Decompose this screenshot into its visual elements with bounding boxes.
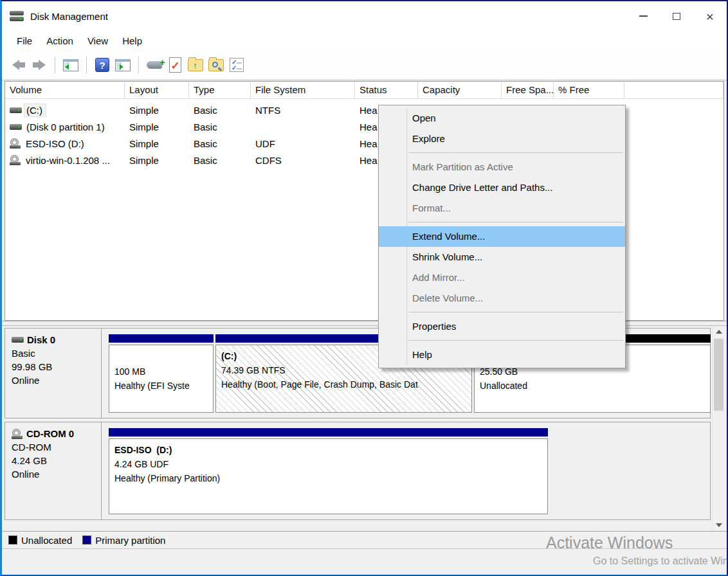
menu-item-extend-volume[interactable]: Extend Volume...	[379, 226, 625, 247]
menu-item-help[interactable]: Help	[379, 345, 625, 365]
legend-item: Unallocated	[8, 535, 72, 546]
menu-item-properties[interactable]: Properties	[379, 316, 625, 337]
partition-info-line: Healthy (Boot, Page File, Crash Dump, Ba…	[221, 377, 466, 392]
menu-item-open[interactable]: Open	[379, 108, 625, 129]
volume-name: virtio-win-0.1.208 ...	[24, 154, 113, 166]
disk-label-panel[interactable]: Disk 0Basic99.98 GBOnline	[5, 328, 102, 418]
partition-bar	[109, 428, 548, 437]
disk-info-line: Online	[12, 469, 101, 480]
menu-separator	[379, 219, 625, 226]
scrollbar-thumb[interactable]	[714, 339, 723, 411]
partition[interactable]: ESD-ISO (D:)4.24 GB UDFHealthy (Primary …	[109, 428, 548, 514]
vertical-scrollbar[interactable]	[712, 326, 724, 531]
scroll-down-button[interactable]	[713, 519, 724, 531]
partition-box: ESD-ISO (D:)4.24 GB UDFHealthy (Primary …	[109, 438, 548, 514]
close-button[interactable]: ×	[693, 1, 727, 31]
menubar-item-action[interactable]: Action	[39, 33, 80, 49]
back-button[interactable]	[8, 55, 29, 75]
column-header-% Free[interactable]: % Free	[554, 82, 624, 99]
volume-layout-cell: Simple	[125, 102, 189, 118]
volume-fs-cell	[251, 118, 355, 135]
disk-info-line: 99.98 GB	[12, 361, 101, 372]
column-header-Volume[interactable]: Volume	[5, 82, 125, 99]
rescan-disks-icon	[147, 61, 162, 69]
title-bar: Disk Management ×	[2, 1, 727, 31]
disk-info-line: 4.24 GB	[12, 455, 101, 466]
chevron-up-icon	[716, 330, 722, 334]
menu-separator	[379, 149, 625, 157]
volume-fs-cell: NTFS	[251, 102, 355, 118]
column-header-Capacity[interactable]: Capacity	[418, 82, 502, 99]
folder-up-button[interactable]: ↑	[185, 55, 206, 75]
menubar-item-view[interactable]: View	[80, 33, 115, 49]
volume-name-cell: (C:)	[5, 102, 125, 118]
legend-label: Unallocated	[21, 535, 72, 546]
volume-type-cell: Basic	[189, 102, 251, 118]
folder-up-icon: ↑	[188, 59, 203, 71]
console-tree-button[interactable]	[60, 55, 81, 75]
drive-icon	[10, 107, 22, 113]
partition[interactable]: 100 MBHealthy (EFI Syste	[109, 334, 214, 413]
menu-item-explore[interactable]: Explore	[379, 129, 625, 149]
toolbar-separator	[86, 57, 87, 73]
rescan-disks-button[interactable]	[144, 55, 165, 75]
menu-item-mark-partition-as-active[interactable]: Mark Partition as Active	[379, 157, 625, 177]
menu-item-change-drive-letter-and-paths[interactable]: Change Drive Letter and Paths...	[379, 177, 625, 198]
volume-name: ESD-ISO (D:)	[24, 138, 87, 150]
forward-icon	[33, 60, 46, 70]
cd-rom-icon	[10, 138, 21, 148]
column-header-Status[interactable]: Status	[355, 82, 418, 99]
chevron-down-icon	[716, 523, 722, 527]
column-header-Free Spa...[interactable]: Free Spa...	[502, 82, 554, 99]
back-icon	[12, 60, 25, 70]
column-header-Type[interactable]: Type	[189, 82, 251, 99]
column-header-File System[interactable]: File System	[251, 82, 355, 99]
partition-area: ESD-ISO (D:)4.24 GB UDFHealthy (Primary …	[102, 422, 710, 519]
maximize-button[interactable]	[660, 1, 693, 31]
menubar-item-file[interactable]: File	[10, 33, 39, 49]
volume-name-cell: virtio-win-0.1.208 ...	[5, 152, 125, 168]
partition-text: ESD-ISO (D:)4.24 GB UDFHealthy (Primary …	[114, 439, 542, 485]
volume-type-cell: Basic	[189, 118, 251, 135]
column-header-blank[interactable]	[624, 82, 723, 99]
folder-search-icon	[208, 59, 224, 71]
window-title: Disk Management	[30, 11, 108, 22]
disk-name: Disk 0	[12, 334, 101, 345]
menu-item-add-mirror[interactable]: Add Mirror...	[379, 267, 625, 288]
disk-name: CD-ROM 0	[12, 428, 101, 439]
partition-info-line: Healthy (EFI Syste	[114, 379, 208, 393]
disk-name-text: Disk 0	[27, 334, 55, 345]
toolbar: ? ↑ ✓✓	[2, 50, 727, 80]
forward-button[interactable]	[29, 55, 50, 75]
partition-info-line: 100 MB	[114, 364, 208, 379]
task-list-button[interactable]: ✓✓	[226, 55, 247, 75]
minimize-button[interactable]	[626, 1, 660, 31]
help-button[interactable]: ?	[92, 55, 113, 75]
disk-info-line: Basic	[12, 348, 101, 359]
menubar-item-help[interactable]: Help	[115, 33, 149, 49]
column-header-Layout[interactable]: Layout	[125, 82, 189, 99]
activate-windows-watermark: Activate Windows	[546, 534, 673, 552]
folder-search-button[interactable]	[206, 55, 226, 75]
partition-info-line: 4.24 GB UDF	[114, 457, 542, 471]
legend-swatch	[82, 536, 91, 544]
scroll-up-button[interactable]	[713, 326, 724, 338]
disk-row-cd-rom-0: CD-ROM 0CD-ROM4.24 GBOnlineESD-ISO (D:)4…	[5, 422, 711, 520]
disk-name-text: CD-ROM 0	[26, 428, 74, 439]
volume-name-cell: ESD-ISO (D:)	[5, 135, 125, 152]
menu-separator	[379, 337, 625, 345]
disk-info-line: Online	[12, 375, 101, 386]
legend-swatch	[8, 536, 17, 544]
minimize-icon	[639, 15, 648, 17]
menu-item-delete-volume[interactable]: Delete Volume...	[379, 288, 625, 309]
volume-type-cell: Basic	[189, 135, 251, 152]
menu-item-shrink-volume[interactable]: Shrink Volume...	[379, 247, 625, 267]
disk-label-panel[interactable]: CD-ROM 0CD-ROM4.24 GBOnline	[5, 422, 102, 519]
menu-item-format[interactable]: Format...	[379, 198, 625, 219]
toolbar-separator	[55, 57, 55, 73]
check-file-button[interactable]	[165, 55, 185, 75]
task-list-icon: ✓✓	[230, 58, 244, 72]
volume-fs-cell: UDF	[251, 135, 355, 152]
action-pane-button[interactable]	[113, 55, 133, 75]
volume-fs-cell: CDFS	[251, 152, 355, 168]
